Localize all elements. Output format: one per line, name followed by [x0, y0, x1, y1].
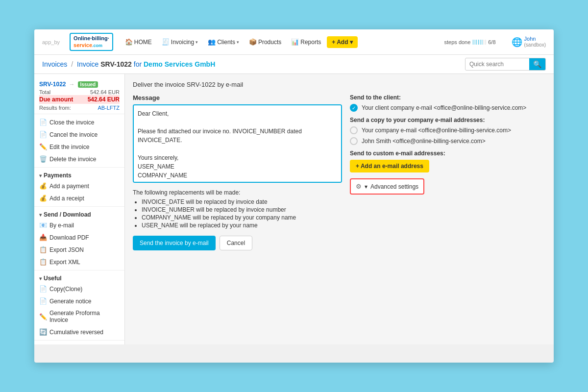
close-invoice-icon: 📄: [39, 119, 47, 126]
app-window: app_by Online·billing·service.com 🏠 HOME…: [34, 29, 554, 363]
replacements-section: The following replacements will be made:…: [133, 189, 342, 229]
arrow-icon: →: [69, 81, 75, 88]
right-panel: Send to the client: ✓ Your client compan…: [350, 94, 546, 250]
sidebar-by-email[interactable]: 📧 By e-mail: [34, 219, 124, 231]
replacements-title: The following replacements will be made:: [133, 189, 342, 196]
message-label: Message: [133, 94, 342, 101]
send-to-client-title: Send to the client:: [350, 94, 546, 101]
add-email-button[interactable]: + Add an e-mail address: [350, 160, 429, 172]
search-input[interactable]: [466, 59, 529, 70]
user-button[interactable]: 🌐 John (sandbox): [512, 36, 546, 48]
payments-section: ▾ Payments 💰 Add a payment 💰 Add a recei…: [34, 168, 124, 207]
json-icon: 📋: [39, 246, 47, 253]
user-email-option: John Smith <office@online-billing-servic…: [350, 137, 546, 145]
replacements-list: INVOICE_DATE will be replaced by invoice…: [142, 198, 342, 229]
sidebar-add-payment[interactable]: 💰 Add a payment: [34, 180, 124, 192]
nav-products[interactable]: 📦 Products: [245, 36, 285, 48]
breadcrumb-company: Demo Services GmbH: [144, 60, 215, 68]
custom-email-title: Send to custom e-mail addresses:: [350, 150, 546, 157]
products-icon: 📦: [249, 38, 257, 46]
sidebar-add-receipt[interactable]: 💰 Add a receipt: [34, 192, 124, 204]
sidebar: SRV-1022 → Issued Total 542.64 EUR Due a…: [34, 74, 125, 344]
invoice-id: SRV-1022: [39, 81, 66, 88]
app-by-label: app_by: [42, 39, 60, 45]
nav: 🏠 HOME 🧾 Invoicing ▾ 👥 Clients ▾ 📦 Produ…: [121, 36, 431, 48]
nav-invoicing[interactable]: 🧾 Invoicing ▾: [158, 36, 202, 48]
sidebar-generate-proforma[interactable]: ✏️ Generate Proforma Invoice: [34, 307, 124, 326]
breadcrumb-separator: /: [71, 60, 75, 68]
invoicing-icon: 🧾: [162, 38, 170, 46]
proforma-icon: ✏️: [39, 313, 47, 320]
payments-section-title: ▾ Payments: [34, 170, 124, 180]
sidebar-export-xml[interactable]: 📋 Export XML: [34, 256, 124, 268]
payments-arrow: ▾: [39, 173, 42, 178]
list-item: USER_NAME will be replaced by your name: [142, 222, 342, 229]
search-bar: 🔍: [465, 58, 546, 71]
add-button[interactable]: + Add ▾: [327, 36, 357, 48]
sidebar-edit-invoice[interactable]: ✏️ Edit the invoice: [34, 141, 124, 153]
nav-clients[interactable]: 👥 Clients ▾: [204, 36, 243, 48]
breadcrumb-invoices[interactable]: Invoices: [42, 60, 67, 68]
page-body: Deliver the invoice SRV-1022 by e-mail M…: [125, 74, 554, 344]
company-email-label: Your company e-mail <office@online-billi…: [362, 127, 511, 134]
message-textarea[interactable]: Dear Client, Please find attached our in…: [133, 104, 342, 183]
sidebar-close-invoice[interactable]: 📄 Close the invoice: [34, 116, 124, 128]
deliver-title: Deliver the invoice SRV-1022 by e-mail: [133, 81, 546, 88]
company-email-radio[interactable]: [350, 126, 358, 134]
search-button[interactable]: 🔍: [529, 58, 545, 70]
cumulative-icon: 🔄: [39, 328, 47, 336]
globe-icon: 🌐: [512, 37, 522, 48]
reports-icon: 📊: [291, 38, 299, 46]
advanced-icon: ⚙: [356, 183, 362, 190]
add-receipt-icon: 💰: [39, 195, 47, 202]
add-chevron: ▾: [350, 39, 353, 46]
top-bar: Invoices / Invoice SRV-1022 for Demo Ser…: [34, 55, 554, 74]
list-item: INVOICE_DATE will be replaced by invoice…: [142, 198, 342, 205]
pdf-icon: 📥: [39, 234, 47, 241]
sidebar-cancel-invoice[interactable]: 📄 Cancel the invoice: [34, 128, 124, 141]
action-buttons: Send the invoice by e-mail Cancel: [133, 236, 342, 250]
nav-reports[interactable]: 📊 Reports: [287, 36, 325, 48]
sidebar-export-json[interactable]: 📋 Export JSON: [34, 244, 124, 256]
header: app_by Online·billing·service.com 🏠 HOME…: [34, 29, 554, 55]
sidebar-copy-clone[interactable]: 📄 Copy(Clone): [34, 283, 124, 295]
useful-section: ▾ Useful 📄 Copy(Clone) 📄 Generate notice…: [34, 270, 124, 341]
send-download-section: ▾ Send / Download 📧 By e-mail 📥 Download…: [34, 207, 124, 270]
send-invoice-button[interactable]: Send the invoice by e-mail: [133, 236, 216, 250]
nav-home[interactable]: 🏠 HOME: [121, 36, 156, 48]
steps-bar: | | | | | | | |: [472, 39, 486, 45]
useful-arrow: ▾: [39, 276, 42, 281]
company-email-option: Your company e-mail <office@online-billi…: [350, 126, 546, 134]
copy-icon: 📄: [39, 285, 47, 293]
invoice-status-badge: Issued: [78, 81, 98, 88]
cancel-invoice-icon: 📄: [39, 131, 47, 138]
sidebar-download-pdf[interactable]: 📥 Download PDF: [34, 231, 124, 244]
user-email-radio[interactable]: [350, 137, 358, 145]
sidebar-cumulative-reversed[interactable]: 🔄 Cumulative reversed: [34, 326, 124, 338]
list-item: COMPANY_NAME will be replaced by your co…: [142, 214, 342, 221]
sidebar-delete-invoice[interactable]: 🗑️ Delete the invoice: [34, 153, 124, 165]
copy-title: Send a copy to your company e-mail addre…: [350, 117, 546, 123]
custom-email-section: Send to custom e-mail addresses: + Add a…: [350, 150, 546, 172]
delete-invoice-icon: 🗑️: [39, 155, 47, 163]
invoicing-chevron: ▾: [196, 40, 198, 45]
useful-title: ▾ Useful: [34, 272, 124, 283]
invoice-meta: SRV-1022 → Issued Total 542.64 EUR Due a…: [34, 78, 124, 114]
client-email-option: ✓ Your client company e-mail <office@onl…: [350, 104, 546, 112]
cancel-button[interactable]: Cancel: [220, 236, 252, 250]
main-content: SRV-1022 → Issued Total 542.64 EUR Due a…: [34, 74, 554, 344]
clients-icon: 👥: [208, 38, 216, 46]
notice-icon: 📄: [39, 297, 47, 305]
logo: Online·billing·service.com: [70, 33, 113, 50]
advanced-chevron: ▾: [365, 183, 368, 190]
advanced-settings-button[interactable]: ⚙ ▾ Advanced settings: [350, 178, 424, 195]
steps-done: steps done | | | | | | | | 6/8: [444, 39, 496, 45]
copy-section: Send a copy to your company e-mail addre…: [350, 117, 546, 145]
sidebar-generate-notice[interactable]: 📄 Generate notice: [34, 295, 124, 307]
client-email-check[interactable]: ✓: [350, 104, 358, 112]
clients-chevron: ▾: [237, 40, 239, 45]
send-download-title: ▾ Send / Download: [34, 209, 124, 219]
message-box: Message Dear Client, Please find attache…: [133, 94, 342, 250]
home-icon: 🏠: [125, 38, 133, 46]
logo-service: service: [74, 42, 92, 48]
